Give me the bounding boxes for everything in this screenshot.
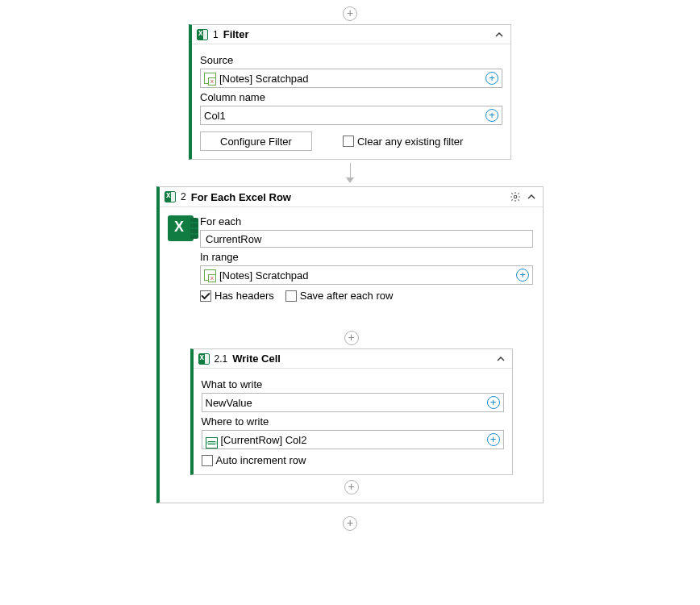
save-after-each-row-label: Save after each row	[300, 290, 394, 302]
notes-range-icon	[204, 269, 216, 281]
save-after-each-row-checkbox[interactable]	[285, 290, 297, 302]
in-range-input[interactable]: [Notes] Scratchpad +	[200, 265, 533, 285]
activity-foreach-card: 2 For Each Excel Row For each CurrentRow	[156, 186, 544, 503]
has-headers-label: Has headers	[215, 290, 274, 302]
collapse-icon[interactable]	[527, 192, 536, 202]
auto-increment-row-label: Auto increment row	[216, 454, 306, 466]
filter-header[interactable]: 1 Filter	[192, 25, 510, 44]
excel-app-icon	[168, 215, 194, 241]
foreach-title: For Each Excel Row	[191, 191, 291, 203]
excel-icon	[197, 29, 208, 40]
where-to-write-label: Where to write	[202, 415, 504, 428]
in-range-expression-button[interactable]: +	[516, 269, 529, 282]
excel-icon	[198, 353, 210, 365]
writecell-index: 2.1	[215, 353, 228, 365]
connector-line	[350, 163, 351, 177]
in-range-label: In range	[200, 251, 533, 263]
where-to-write-value: [CurrentRow] Col2	[221, 434, 484, 446]
column-name-value: Col1	[204, 110, 482, 122]
gear-icon[interactable]	[509, 190, 522, 203]
notes-range-icon	[204, 73, 216, 84]
foreach-header[interactable]: 2 For Each Excel Row	[160, 187, 543, 207]
clear-existing-filter-checkbox[interactable]	[343, 136, 354, 147]
source-input[interactable]: [Notes] Scratchpad +	[200, 69, 502, 88]
excel-icon	[165, 191, 176, 202]
what-to-write-value: NewValue	[206, 397, 484, 409]
filter-title: Filter	[223, 28, 249, 40]
where-to-write-input[interactable]: [CurrentRow] Col2 +	[202, 430, 504, 449]
source-expression-button[interactable]: +	[485, 72, 498, 85]
column-name-label: Column name	[200, 91, 502, 103]
svg-point-0	[514, 195, 517, 198]
collapse-icon[interactable]	[494, 30, 504, 40]
activity-filter-card: 1 Filter Source [Notes] Scratchpad + Col…	[189, 24, 511, 160]
current-row-icon	[206, 437, 218, 449]
has-headers-checkbox[interactable]	[200, 290, 211, 302]
what-to-write-input[interactable]: NewValue +	[202, 393, 504, 412]
column-name-input[interactable]: Col1 +	[200, 106, 502, 125]
what-expression-button[interactable]: +	[487, 396, 500, 409]
add-activity-after-writecell[interactable]: +	[344, 480, 359, 494]
column-expression-button[interactable]: +	[485, 109, 498, 122]
for-each-label: For each	[200, 215, 533, 227]
filter-index: 1	[213, 29, 219, 40]
auto-increment-row-checkbox[interactable]	[202, 455, 213, 466]
add-activity-before-filter[interactable]: +	[343, 6, 357, 21]
writecell-header[interactable]: 2.1 Write Cell	[194, 349, 512, 369]
for-each-input[interactable]: CurrentRow	[200, 230, 533, 248]
collapse-icon[interactable]	[496, 354, 506, 364]
add-activity-before-writecell[interactable]: +	[344, 331, 359, 345]
writecell-title: Write Cell	[232, 353, 281, 365]
in-range-value: [Notes] Scratchpad	[219, 269, 513, 282]
where-expression-button[interactable]: +	[487, 433, 500, 446]
foreach-index: 2	[181, 191, 186, 202]
for-each-value: CurrentRow	[206, 233, 261, 245]
source-value: [Notes] Scratchpad	[219, 73, 482, 85]
configure-filter-button[interactable]: Configure Filter	[200, 131, 312, 151]
activity-write-cell-card: 2.1 Write Cell What to write NewValue + …	[190, 348, 513, 475]
connector-arrow	[346, 177, 354, 183]
clear-existing-filter-label: Clear any existing filter	[357, 136, 464, 148]
source-label: Source	[200, 54, 502, 66]
add-activity-after-foreach[interactable]: +	[343, 516, 357, 531]
what-to-write-label: What to write	[202, 378, 504, 390]
